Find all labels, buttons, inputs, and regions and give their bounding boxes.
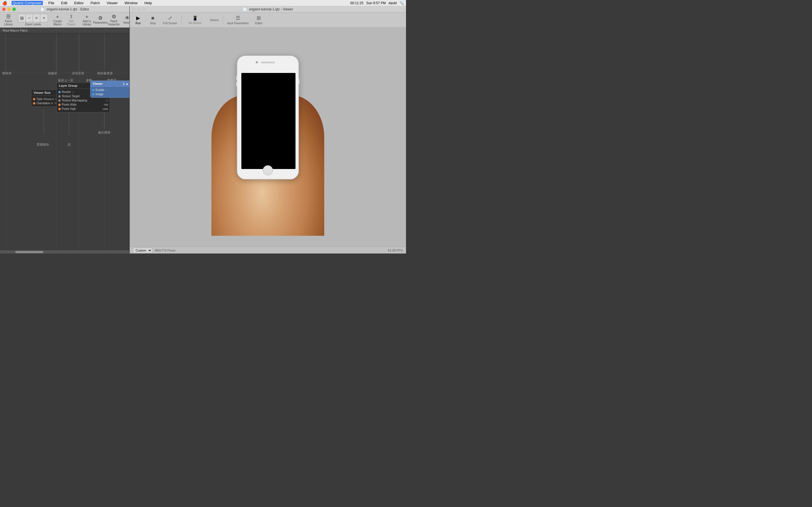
input-params-icon: ☰: [236, 15, 240, 21]
fps-display: 61.00 FPS: [388, 249, 403, 252]
zoom-grid-button[interactable]: ⊞: [18, 14, 26, 22]
canvas-label-add-to-lib: 添加至库: [72, 71, 84, 75]
input-parameters-button[interactable]: ☰ Input Parameters: [225, 13, 250, 27]
menubar-right: 00:11:25 Sun 9:57 PM david 🔍: [350, 1, 404, 5]
menu-patch[interactable]: Patch: [89, 1, 101, 5]
menu-help[interactable]: Help: [143, 1, 153, 5]
port-dot-pw2: [58, 104, 61, 106]
run-button[interactable]: ▶ Run: [132, 13, 144, 27]
viewer-window-controls: [132, 8, 146, 11]
port-orientation-label: Orientation: [36, 102, 50, 105]
full-screen-button[interactable]: ⤢ Full Screen: [161, 13, 179, 27]
resolution-display: 480x772 Pixels: [154, 249, 175, 252]
menu-viewer[interactable]: Viewer: [105, 1, 119, 5]
canvas-label-create-macro: 创建宏: [48, 71, 57, 75]
port-dot-enable: [92, 89, 94, 91]
no-device-icon: 📱: [192, 15, 198, 21]
viewer-doc-icon: 📄: [243, 7, 247, 11]
canvas-label-output: 输出模块: [98, 130, 110, 135]
no-device-label: No Device: [189, 21, 202, 24]
port-tmm-check: ☐: [106, 99, 108, 102]
canvas-label-back: 返回上一层: [58, 78, 73, 82]
zoom-equals-button[interactable]: =: [33, 14, 40, 22]
device-button[interactable]: Device: [209, 13, 221, 27]
patch-library-button[interactable]: ☰ Patch Library: [2, 13, 15, 27]
port-pixels-high: Pixels High 1334: [58, 107, 108, 111]
patch-inspector-icon: ⚙: [112, 14, 116, 19]
viewer-node-title: Viewer: [93, 82, 103, 86]
edit-parent-button[interactable]: ⬆ Edit Parent: [65, 13, 77, 27]
stop-button[interactable]: ■ Stop: [147, 13, 159, 27]
menu-file[interactable]: File: [47, 1, 56, 5]
viewer-size-title: Viewer Size: [34, 91, 50, 94]
port-image-label: Image: [96, 93, 103, 96]
patch-inspector-button[interactable]: ⚙ Patch Inspector: [108, 13, 120, 27]
search-icon[interactable]: 🔍: [400, 1, 404, 5]
port-render-label: Render: [62, 91, 71, 94]
main-container: 📄 origami-tutorial-1.qtz - Editor ☰ Patc…: [0, 6, 406, 253]
editor-pane: 📄 origami-tutorial-1.qtz - Editor ☰ Patc…: [0, 6, 130, 253]
apple-menu-icon[interactable]: 🍎: [2, 1, 7, 5]
zoom-plus-button[interactable]: +: [40, 14, 48, 22]
port-pw-value: 750: [104, 103, 108, 106]
stop-icon: ■: [151, 15, 154, 21]
breadcrumb-text: Root Macro Patch: [3, 29, 28, 32]
viewer-tab-title: 📄 origami-tutorial-1.qtz - Viewer: [243, 7, 293, 11]
volume-up-button: [236, 76, 238, 80]
create-macro-button[interactable]: ＋ Create Macro: [51, 13, 64, 27]
run-label: Run: [136, 22, 141, 25]
port-dot-ph2: [58, 108, 61, 110]
viewer-close-btn[interactable]: [132, 8, 135, 11]
port-ph-label: Pixels High: [62, 107, 76, 110]
grid-line: [104, 33, 105, 250]
phone-camera: [256, 61, 258, 63]
port-enable-label: Enable: [96, 89, 104, 92]
scroll-thumb[interactable]: [15, 251, 43, 253]
device-label: Device: [210, 18, 219, 22]
menu-quartz-composer[interactable]: Quartz Composer: [11, 1, 43, 5]
zoom-minus-button[interactable]: −: [26, 14, 33, 22]
canvas-area[interactable]: 模块库 创建宏 添加至库 模块检查器 返回上一层 参数 查看器: [0, 33, 130, 250]
port-pw-label: Pixels Wide: [62, 103, 77, 106]
viewer-minimize-btn[interactable]: [137, 8, 140, 11]
port-texture-mm: Texture Mipmapping ☐: [58, 98, 108, 103]
create-macro-icon: ＋: [55, 14, 60, 19]
grid-line: [6, 33, 6, 250]
minimize-button[interactable]: [7, 8, 11, 11]
menu-edit[interactable]: Edit: [60, 1, 68, 5]
editor-button[interactable]: ⊞ Editor: [253, 13, 265, 27]
viewer-maximize-btn[interactable]: [142, 8, 146, 11]
canvas-label-patch-library: 模块库: [2, 71, 11, 75]
add-to-library-button[interactable]: ＋ Add to Library: [81, 13, 93, 27]
menu-editor[interactable]: Editor: [73, 1, 85, 5]
viewer-bottom-bar: Custom 480x772 Pixels 61.00 FPS: [130, 247, 406, 253]
parameters-button[interactable]: ⚙ Parameters: [94, 13, 107, 27]
horizontal-scrollbar[interactable]: [0, 250, 130, 253]
custom-select[interactable]: Custom: [133, 248, 152, 253]
phone-home-button[interactable]: [263, 165, 273, 175]
connector-lines: [0, 33, 130, 250]
menu-window[interactable]: Window: [123, 1, 139, 5]
canvas-label-patch-inspector: 模块检查器: [97, 71, 113, 75]
close-button[interactable]: [2, 8, 6, 11]
port-dot-viewer-image: [92, 93, 94, 96]
port-tmm-label: Texture Mipmapping: [62, 99, 87, 102]
menu-user: david: [389, 1, 397, 5]
menu-date: Sun 9:57 PM: [366, 1, 386, 5]
zoom-levels-label: Zoom Levels: [25, 23, 41, 26]
maximize-button[interactable]: [12, 8, 16, 11]
vt-sep-1: [181, 15, 182, 24]
port-ph-value: 1334: [102, 108, 108, 110]
phone-screen: [241, 73, 296, 169]
viewer-icon: 👁: [125, 15, 130, 20]
viewer-node[interactable]: Viewer 1 ▲ Enable ✓ Image: [90, 80, 130, 98]
viewer-node-count: 1 ▲: [123, 82, 129, 86]
doc-icon: 📄: [40, 7, 45, 11]
viewer-tab-bar: 📄 origami-tutorial-1.qtz - Viewer: [130, 6, 406, 12]
add-to-library-label: Add to Library: [82, 20, 92, 26]
viewer-pane: 📄 origami-tutorial-1.qtz - Viewer ▶ Run …: [130, 6, 406, 253]
patch-library-label: Patch Library: [3, 20, 13, 26]
editor-label: Editor: [255, 22, 262, 25]
stop-label: Stop: [150, 22, 156, 25]
grid-line: [56, 33, 57, 250]
